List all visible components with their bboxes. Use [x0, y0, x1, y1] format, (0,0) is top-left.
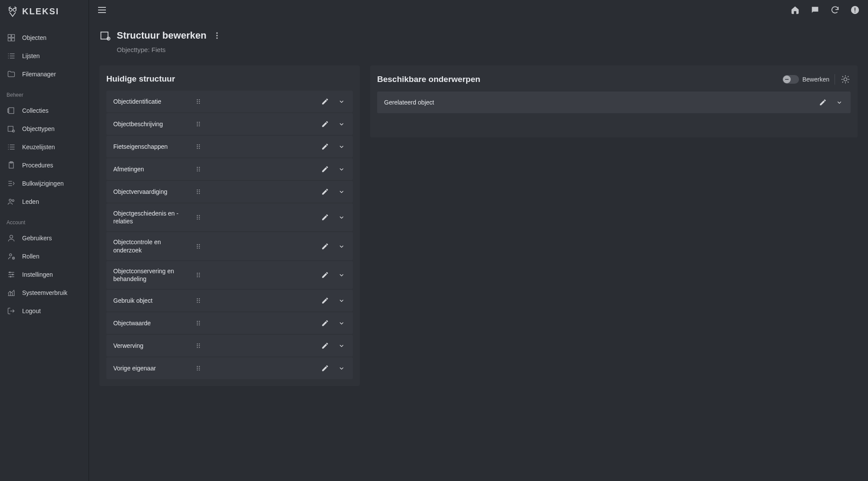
sidebar-item-lijsten[interactable]: Lijsten — [0, 47, 89, 65]
refresh-button[interactable] — [830, 5, 840, 15]
panel-title: Huidige structuur — [106, 74, 353, 84]
sidebar-item-leden[interactable]: Leden — [0, 193, 89, 211]
svg-point-95 — [197, 276, 198, 277]
sidebar-item-rollen[interactable]: Rollen — [0, 247, 89, 265]
edit-button[interactable] — [321, 296, 329, 305]
structure-label: Afmetingen — [113, 165, 187, 173]
structure-label: Objectidentificatie — [113, 98, 187, 105]
edit-button[interactable] — [321, 187, 329, 196]
svg-point-109 — [197, 344, 198, 344]
svg-point-120 — [199, 370, 200, 370]
drag-handle-icon[interactable] — [194, 242, 203, 251]
edit-button[interactable] — [321, 242, 329, 251]
menu-toggle-button[interactable] — [97, 5, 107, 15]
sidebar-item-collecties[interactable]: Collecties — [0, 101, 89, 120]
page-header: Structuur bewerken — [99, 29, 858, 42]
drag-handle-icon[interactable] — [194, 120, 203, 128]
drag-handle-icon[interactable] — [194, 97, 203, 106]
sidebar-item-gebruikers[interactable]: Gebruikers — [0, 229, 89, 247]
expand-button[interactable] — [835, 98, 844, 107]
sidebar-item-bulkwijzigingen[interactable]: Bulkwijzigingen — [0, 174, 89, 193]
sidebar-item-objecten[interactable]: Objecten — [0, 29, 89, 47]
drag-handle-icon[interactable] — [194, 341, 203, 350]
drag-handle-icon[interactable] — [194, 187, 203, 196]
sidebar-item-label: Procedures — [22, 162, 53, 169]
svg-point-9 — [8, 53, 9, 54]
edit-button[interactable] — [321, 120, 329, 128]
structure-label: Objectbeschrijving — [113, 120, 187, 128]
drag-handle-icon[interactable] — [194, 296, 203, 305]
sidebar-account-section: Account Gebruikers Rollen Instellingen S… — [0, 214, 89, 320]
expand-button[interactable] — [337, 142, 346, 151]
edit-button[interactable] — [321, 165, 329, 173]
structure-label: Objectgeschiedenis en -relaties — [113, 209, 187, 225]
svg-point-77 — [197, 193, 198, 194]
alert-button[interactable] — [850, 5, 860, 15]
edit-button[interactable] — [321, 97, 329, 106]
svg-point-91 — [197, 273, 198, 274]
sidebar-item-logout[interactable]: Logout — [0, 302, 89, 320]
sidebar-item-procedures[interactable]: Procedures — [0, 156, 89, 174]
svg-rect-43 — [855, 11, 855, 12]
structure-icon — [99, 29, 112, 42]
sidebar-item-label: Lijsten — [22, 52, 39, 59]
svg-point-54 — [199, 103, 200, 104]
sidebar-item-keuzelijsten[interactable]: Keuzelijsten — [0, 138, 89, 156]
svg-point-98 — [199, 298, 200, 299]
drag-handle-icon[interactable] — [194, 319, 203, 327]
expand-button[interactable] — [337, 271, 346, 279]
structure-label: Objectcontrole en onderzoek — [113, 238, 187, 254]
expand-button[interactable] — [337, 165, 346, 173]
svg-point-83 — [197, 219, 198, 219]
chart-icon — [7, 288, 16, 298]
sidebar-item-objecttypen[interactable]: Objecttypen — [0, 120, 89, 138]
svg-point-117 — [197, 368, 198, 369]
expand-button[interactable] — [337, 97, 346, 106]
edit-button[interactable] — [321, 213, 329, 222]
edit-button[interactable] — [321, 271, 329, 279]
edit-button[interactable] — [321, 319, 329, 327]
edit-button[interactable] — [321, 341, 329, 350]
drag-handle-icon[interactable] — [194, 271, 203, 279]
sidebar-item-label: Logout — [22, 308, 41, 314]
chat-button[interactable] — [810, 5, 820, 15]
svg-point-113 — [197, 347, 198, 348]
svg-point-97 — [197, 298, 198, 299]
logo[interactable]: KLEKSI — [0, 5, 89, 25]
edit-button[interactable] — [321, 142, 329, 151]
expand-button[interactable] — [337, 296, 346, 305]
available-topics-panel: Beschikbare onderwerpen Bewerken — [370, 65, 858, 137]
sidebar-item-filemanager[interactable]: Filemanager — [0, 65, 89, 83]
sidebar-item-instellingen[interactable]: Instellingen — [0, 265, 89, 284]
edit-button[interactable] — [321, 364, 329, 373]
svg-point-35 — [9, 272, 10, 273]
expand-button[interactable] — [337, 120, 346, 128]
expand-button[interactable] — [337, 364, 346, 373]
sidebar-item-systeemverbruik[interactable]: Systeemverbruik — [0, 284, 89, 302]
list-icon — [7, 142, 16, 152]
expand-button[interactable] — [337, 187, 346, 196]
svg-point-64 — [199, 146, 200, 147]
settings-button[interactable] — [840, 74, 851, 85]
drag-handle-icon[interactable] — [194, 165, 203, 173]
structure-label: Objectwaarde — [113, 319, 187, 327]
home-button[interactable] — [790, 5, 800, 15]
svg-point-100 — [199, 300, 200, 301]
drag-handle-icon[interactable] — [194, 364, 203, 373]
sidebar-item-label: Gebruikers — [22, 235, 52, 242]
sidebar-item-label: Objecten — [22, 34, 46, 41]
expand-button[interactable] — [337, 341, 346, 350]
drag-handle-icon[interactable] — [194, 142, 203, 151]
edit-toggle[interactable] — [783, 75, 799, 84]
more-options-button[interactable] — [212, 30, 222, 41]
drag-handle-icon[interactable] — [194, 213, 203, 222]
structure-label: Gebruik object — [113, 297, 187, 304]
svg-point-20 — [8, 147, 9, 147]
expand-button[interactable] — [337, 319, 346, 327]
svg-point-57 — [197, 124, 198, 124]
edit-button[interactable] — [819, 98, 827, 107]
expand-button[interactable] — [337, 213, 346, 222]
expand-button[interactable] — [337, 242, 346, 251]
svg-point-73 — [197, 190, 198, 190]
svg-point-0 — [9, 8, 12, 11]
